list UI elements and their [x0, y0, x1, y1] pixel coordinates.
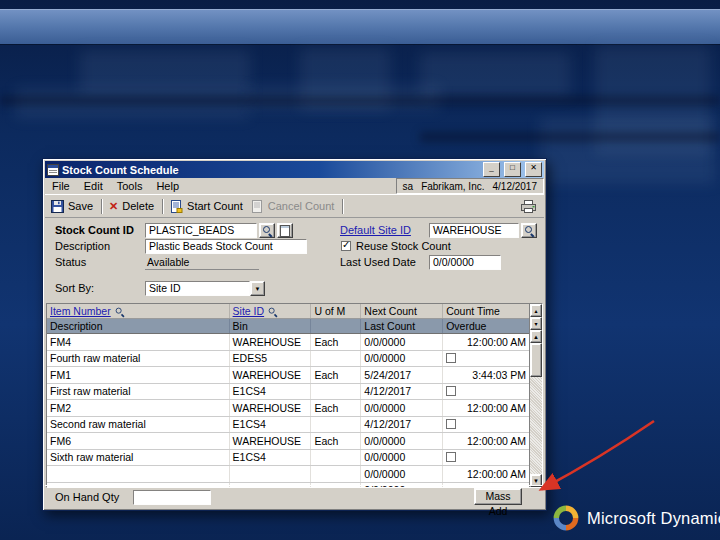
cell-last-count[interactable]: 4/12/2017: [361, 384, 443, 400]
cell-next-count[interactable]: 0/0/0000: [361, 466, 443, 482]
grid-row-main[interactable]: FM1 WAREHOUSE Each 5/24/2017 3:44:03 PM: [47, 367, 529, 384]
note-button[interactable]: [277, 223, 293, 238]
close-button[interactable]: ✕: [525, 162, 542, 177]
default-site-lookup-button[interactable]: [521, 223, 537, 238]
cell-last-count[interactable]: 0/0/0000: [361, 351, 443, 367]
cell-overdue: [443, 351, 529, 367]
cell-description[interactable]: Fourth raw material: [47, 351, 230, 367]
session-company: Fabrikam, Inc.: [421, 181, 484, 192]
cell-item-number[interactable]: FM4: [47, 334, 230, 350]
on-hand-qty-field[interactable]: [133, 490, 211, 505]
maximize-button[interactable]: □: [504, 162, 521, 177]
default-site-id-link[interactable]: Default Site ID: [340, 223, 411, 237]
cell-site-id[interactable]: WAREHOUSE: [230, 334, 312, 350]
overdue-checkbox[interactable]: [446, 452, 456, 462]
cell-description[interactable]: Second raw material: [47, 417, 230, 433]
menu-tools[interactable]: Tools: [110, 180, 150, 192]
cell-count-time[interactable]: 12:00:00 AM: [443, 334, 529, 350]
cell-count-time[interactable]: 3:44:03 PM: [443, 367, 529, 383]
cell-uom[interactable]: Each: [311, 400, 361, 416]
cell-next-count[interactable]: 0/0/0000: [361, 433, 443, 449]
cell-count-time[interactable]: 12:00:00 AM: [443, 433, 529, 449]
last-used-date-field[interactable]: 0/0/0000: [429, 255, 501, 270]
sort-by-dropdown[interactable]: Site ID: [145, 281, 265, 296]
menu-edit[interactable]: Edit: [77, 180, 110, 192]
stock-count-id-lookup-button[interactable]: [259, 223, 275, 238]
cancel-count-button[interactable]: Cancel Count: [248, 199, 340, 214]
mass-add-button[interactable]: Mass Add: [474, 488, 522, 505]
sort-by-label: Sort By:: [55, 281, 94, 295]
cell-last-count[interactable]: 0/0/0000: [361, 450, 443, 466]
cell-next-count[interactable]: 0/0/0000: [361, 400, 443, 416]
background-band: [0, 9, 720, 44]
cell-site-id[interactable]: [230, 466, 312, 482]
site-id-header[interactable]: Site ID: [230, 304, 312, 318]
cell-site-id[interactable]: WAREHOUSE: [230, 367, 312, 383]
site-id-lookup-icon[interactable]: [268, 306, 277, 315]
window-footer: On Hand Qty Mass Add: [45, 485, 544, 508]
overdue-checkbox[interactable]: [446, 353, 456, 363]
cell-uom[interactable]: Each: [311, 334, 361, 350]
cell-last-count[interactable]: 4/12/2017: [361, 417, 443, 433]
overdue-checkbox[interactable]: [446, 386, 456, 396]
status-label: Status: [55, 255, 86, 269]
background-texture: [0, 96, 720, 105]
grid-row-main[interactable]: 0/0/0000 12:00:00 AM: [47, 466, 529, 483]
item-number-lookup-icon[interactable]: [115, 306, 124, 315]
cell-bin[interactable]: E1CS4: [230, 450, 312, 466]
scroll-up-arrow[interactable]: [530, 330, 542, 343]
expand-detail-button[interactable]: [530, 317, 542, 330]
cell-bin[interactable]: EDES5: [230, 351, 312, 367]
grid-row-main[interactable]: FM6 WAREHOUSE Each 0/0/0000 12:00:00 AM: [47, 433, 529, 450]
overdue-checkbox[interactable]: [446, 419, 456, 429]
window-title: Stock Count Schedule: [62, 164, 479, 176]
item-number-header[interactable]: Item Number: [47, 304, 230, 318]
cell-bin[interactable]: E1CS4: [230, 417, 312, 433]
menu-help[interactable]: Help: [149, 180, 186, 192]
cell-item-number[interactable]: FM1: [47, 367, 230, 383]
cell-uom[interactable]: Each: [311, 433, 361, 449]
collapse-detail-button[interactable]: [530, 304, 542, 317]
cell-description[interactable]: Sixth raw material: [47, 450, 230, 466]
grid-row-detail[interactable]: First raw material E1CS4 4/12/2017: [47, 384, 529, 401]
default-site-id-field[interactable]: WAREHOUSE: [429, 223, 519, 238]
minimize-button[interactable]: _: [483, 162, 500, 177]
delete-button[interactable]: Delete: [106, 199, 159, 214]
scrollbar-thumb[interactable]: [530, 343, 542, 377]
scrollbar-track[interactable]: [530, 343, 542, 474]
cell-next-count[interactable]: 5/24/2017: [361, 367, 443, 383]
print-button[interactable]: [518, 199, 541, 214]
cell-uom[interactable]: [311, 466, 361, 482]
grid-row-main[interactable]: FM2 WAREHOUSE Each 0/0/0000 12:00:00 AM: [47, 400, 529, 417]
cell-uom[interactable]: Each: [311, 367, 361, 383]
cell-item-number[interactable]: FM6: [47, 433, 230, 449]
menu-file[interactable]: File: [45, 180, 77, 192]
chevron-down-icon[interactable]: [250, 281, 265, 296]
cell-site-id[interactable]: WAREHOUSE: [230, 433, 312, 449]
description-field[interactable]: Plastic Beads Stock Count: [145, 239, 307, 254]
grid-row-detail[interactable]: Sixth raw material E1CS4 0/0/0000: [47, 450, 529, 467]
cell-item-number[interactable]: FM2: [47, 400, 230, 416]
start-count-button[interactable]: Start Count: [167, 199, 248, 214]
grid-row-main[interactable]: FM4 WAREHOUSE Each 0/0/0000 12:00:00 AM: [47, 334, 529, 351]
stock-count-id-field[interactable]: PLASTIC_BEADS: [145, 223, 257, 238]
cell-count-time[interactable]: 12:00:00 AM: [443, 466, 529, 482]
save-button[interactable]: Save: [48, 199, 98, 214]
toolbar-separator: [342, 199, 344, 214]
reuse-stock-count-checkbox[interactable]: [341, 241, 351, 251]
grid-row-detail[interactable]: Fourth raw material EDES5 0/0/0000: [47, 351, 529, 368]
grid-row-detail[interactable]: Second raw material E1CS4 4/12/2017: [47, 417, 529, 434]
cell-count-time[interactable]: 12:00:00 AM: [443, 400, 529, 416]
stock-count-schedule-window: Stock Count Schedule _ □ ✕ File Edit Too…: [42, 158, 547, 511]
background-texture: [420, 132, 720, 142]
cell-description[interactable]: First raw material: [47, 384, 230, 400]
cell-bin[interactable]: E1CS4: [230, 384, 312, 400]
toolbar-separator: [162, 199, 164, 214]
cell-site-id[interactable]: WAREHOUSE: [230, 400, 312, 416]
next-count-header: Next Count: [361, 304, 443, 318]
cell-blank: [311, 384, 361, 400]
cell-next-count[interactable]: 0/0/0000: [361, 334, 443, 350]
note-icon: [280, 225, 290, 237]
cell-item-number[interactable]: [47, 466, 230, 482]
window-titlebar[interactable]: Stock Count Schedule _ □ ✕: [45, 161, 544, 178]
